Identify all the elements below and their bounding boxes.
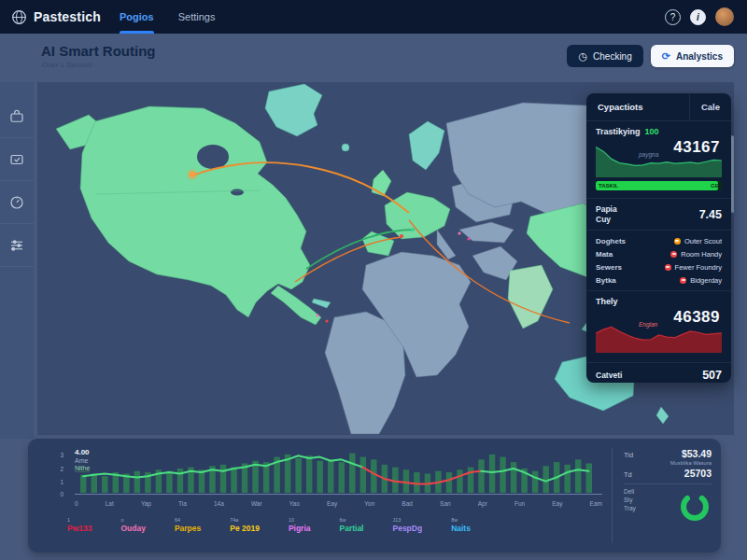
gauge-icon	[8, 194, 25, 211]
clock-icon: ◷	[578, 50, 587, 63]
bottom-divider	[612, 448, 613, 543]
sidebar-item-bag[interactable]	[0, 95, 34, 138]
page-title: AI Smart Routing	[41, 43, 156, 59]
globe-icon	[11, 9, 27, 25]
legend-item[interactable]: 8w Naits	[451, 517, 471, 533]
route-node-canada	[190, 172, 195, 177]
main-nav: Pogios Settings	[120, 0, 215, 34]
papia-label-1: Papia	[596, 204, 617, 215]
timeline-x-axis: 0 Lat Yap Tia 14a War Yao Eay Yon Bad Sa…	[75, 500, 602, 507]
refresh-icon: ⟳	[662, 50, 670, 63]
timeline-legend: 4.00 Ame Nithe	[75, 448, 90, 472]
info-note: Musblika Wasura	[624, 460, 712, 466]
header-buttons: ◷ Checking ⟳ Analystics	[567, 45, 734, 67]
route-node-spain	[400, 234, 403, 238]
info-val-1: $53.49	[682, 448, 712, 459]
legend-item[interactable]: 1 Pw133	[67, 517, 92, 533]
status-row: Bytka Bidgerday	[586, 273, 731, 287]
legend-item[interactable]: 74a Pe 2019	[230, 517, 260, 533]
sliders-icon	[8, 237, 25, 254]
traffic-label: Thely	[596, 297, 618, 306]
status-dot-icon	[674, 238, 681, 245]
check-square-icon	[8, 151, 25, 168]
nav-item-settings[interactable]: Settings	[178, 0, 216, 34]
stats-panel: Cypactiots Cale Trastikying 100 43167 pa…	[586, 93, 731, 383]
y-tick: 0	[49, 491, 63, 497]
y-tick: 3	[49, 452, 63, 458]
green-ring-logo	[678, 490, 712, 527]
page-subtitle: Over 1 Second	[42, 61, 92, 69]
sidebar-item-tasks[interactable]	[0, 138, 34, 181]
papia-value: 7.45	[699, 208, 722, 221]
throughput-spark: 43167 paygna	[596, 138, 722, 179]
progress-left-label: TASKIL	[599, 183, 618, 189]
bag-icon	[8, 108, 25, 125]
nav-item-pogios[interactable]: Pogios	[120, 0, 154, 34]
catveti-value: 507	[702, 369, 722, 382]
info-key-1: Tid	[624, 451, 633, 459]
bottom-panel: 4.00 Ame Nithe 3 2 1 0 0 Lat Yap Tia 14a…	[28, 439, 721, 553]
status-list: Doghets Outer Scout Mata Room Handy Sewe…	[586, 234, 731, 287]
sidebar-item-settings[interactable]	[0, 224, 34, 267]
throughput-big-number: 43167	[673, 138, 720, 157]
analystics-button-label: Analystics	[676, 51, 723, 62]
y-tick: 1	[49, 479, 63, 485]
status-dot-icon	[670, 251, 677, 258]
throughput-label: Trastikying	[596, 127, 641, 136]
navbar-right: ? i	[665, 7, 747, 26]
status-row: Sewers Fewer Foundry	[586, 260, 731, 273]
status-row: Doghets Outer Scout	[586, 234, 731, 247]
throughput-progress: TASKIL GB	[596, 181, 722, 190]
catveti-label: Catveti	[596, 371, 622, 381]
tab-cypactiots[interactable]: Cypactiots	[586, 93, 655, 121]
info-key-2: Td	[624, 470, 632, 479]
sidebar-item-monitor[interactable]	[0, 181, 34, 224]
page-header: AI Smart Routing Over 1 Second ◷ Checkin…	[0, 34, 747, 82]
papia-label-2: Cuy	[596, 215, 617, 225]
traffic-big-number: 46389	[673, 308, 720, 327]
status-row: Mata Room Handy	[586, 247, 731, 260]
tab-cale[interactable]: Cale	[689, 93, 731, 121]
legend-item[interactable]: 6w Partial	[340, 517, 364, 533]
footer-labels: Dell Sty Tray	[624, 488, 636, 527]
papia-row: Papia Cuy 7.45	[586, 203, 731, 226]
app-viewport: Pastestich Pogios Settings ? i AI Smart …	[0, 0, 747, 560]
stats-tabs: Cypactiots Cale	[586, 93, 731, 121]
top-navbar: Pastestich Pogios Settings ? i	[0, 0, 747, 34]
throughput-section: Trastikying 100 43167 paygna TASKIL GB	[586, 121, 731, 194]
help-icon[interactable]: ?	[665, 9, 681, 25]
left-sidebar	[0, 82, 34, 439]
traffic-annotation: Englan	[639, 321, 657, 328]
info-icon[interactable]: i	[690, 9, 706, 25]
legend-item[interactable]: J13 PespDg	[392, 517, 422, 533]
legend-item[interactable]: 10 Pigria	[289, 517, 311, 533]
timeline-chart	[75, 441, 602, 498]
legend-item[interactable]: 64 Parpes	[175, 517, 201, 533]
avatar[interactable]	[715, 7, 734, 26]
analystics-button[interactable]: ⟳ Analystics	[651, 45, 734, 67]
progress-right-label: GB	[711, 183, 719, 189]
status-dot-icon	[680, 277, 686, 284]
status-dot-icon	[665, 264, 671, 271]
series-legend-row: 1 Pw133 o Ouday 64 Parpes 74a Pe 2019 10…	[67, 517, 471, 533]
y-tick: 2	[49, 466, 63, 472]
checking-button-label: Checking	[593, 51, 632, 62]
throughput-value: 100	[645, 127, 659, 136]
brand[interactable]: Pastestich	[0, 9, 103, 25]
catveti-row: Catveti 507	[586, 367, 731, 384]
traffic-spark: 46389 Englan	[596, 308, 722, 355]
legend-item[interactable]: o Ouday	[120, 517, 145, 533]
throughput-annotation: paygna	[639, 151, 658, 158]
info-val-2: 25703	[684, 468, 712, 479]
bottom-info-box: Tid $53.49 Musblika Wasura Td 25703 Dell…	[624, 448, 712, 527]
traffic-section: Thely 46389 Englan	[586, 295, 731, 358]
brand-name: Pastestich	[34, 9, 101, 24]
route-node-france	[411, 228, 415, 231]
checking-button[interactable]: ◷ Checking	[567, 45, 642, 67]
